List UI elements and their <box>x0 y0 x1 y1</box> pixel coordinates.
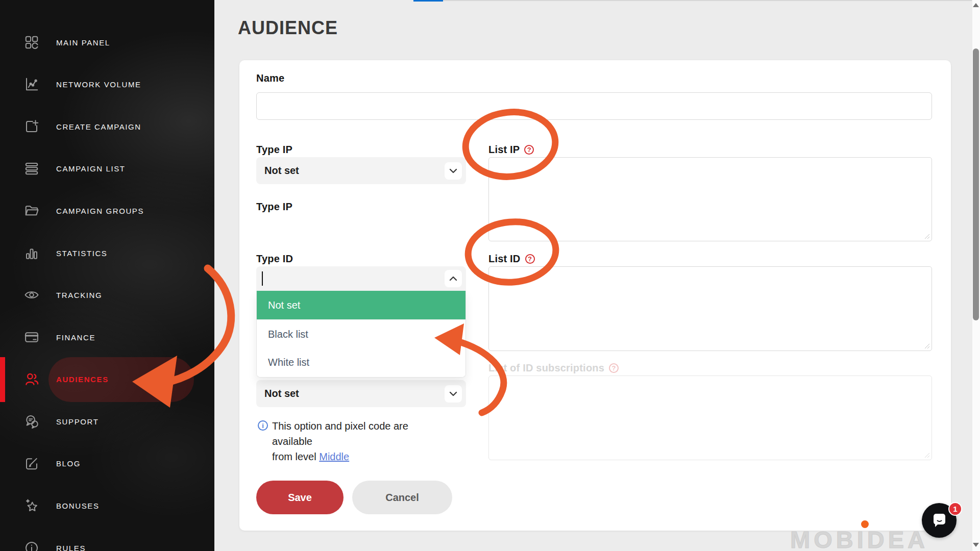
active-item-bar <box>0 357 5 402</box>
sidebar-item-campaign-list[interactable]: CAMPAIGN LIST <box>24 161 198 176</box>
sidebar-item-campaign-groups[interactable]: CAMPAIGN GROUPS <box>24 203 198 218</box>
line-chart-icon <box>24 77 39 92</box>
list-id-textarea[interactable] <box>489 267 932 350</box>
chat-icon <box>24 414 39 429</box>
resize-grip-icon[interactable] <box>924 343 930 349</box>
list-id-subscriptions-label: List of ID subscriptions ? <box>488 362 619 374</box>
credit-card-icon <box>24 330 39 345</box>
edit-icon <box>24 456 39 471</box>
list-ip-label: List IP ? <box>488 144 534 156</box>
browser-top-divider <box>443 0 972 1</box>
grid-icon <box>24 35 39 50</box>
help-icon-disabled: ? <box>609 363 619 373</box>
type-id-combobox[interactable] <box>256 266 466 291</box>
list-ip-textarea-wrap <box>488 157 932 241</box>
sidebar-item-label: NETWORK VOLUME <box>56 80 141 89</box>
browser-tab-indicator <box>413 0 443 2</box>
list-id-subscriptions-textarea <box>489 376 932 460</box>
resize-grip-icon <box>924 452 930 458</box>
type-ip-label: Type IP <box>256 144 292 156</box>
scrollbar-thumb[interactable] <box>973 48 979 320</box>
name-label: Name <box>256 72 284 84</box>
help-icon[interactable]: ? <box>525 254 535 264</box>
type-id-subscriptions-select[interactable]: Not set <box>256 380 466 407</box>
type-ip-value: Not set <box>264 165 299 177</box>
sidebar-item-network-volume[interactable]: NETWORK VOLUME <box>24 77 198 92</box>
list-id-subscriptions-textarea-wrap <box>488 375 932 460</box>
type-ip-label: Type IP <box>256 201 292 213</box>
sidebar-item-finance[interactable]: FINANCE <box>24 330 198 345</box>
dropdown-option-black-list[interactable]: Black list <box>257 319 465 348</box>
sidebar-item-label: CREATE CAMPAIGN <box>56 122 141 131</box>
sidebar-item-label: SUPPORT <box>56 417 99 426</box>
sidebar-item-label: TRACKING <box>56 291 102 299</box>
sidebar-item-label: CAMPAIGN LIST <box>56 164 126 173</box>
info-circle-icon: i <box>258 420 268 431</box>
chevron-down-icon[interactable] <box>445 162 462 180</box>
chat-bubble-icon <box>930 511 948 530</box>
sidebar-item-label: BONUSES <box>56 502 100 510</box>
chevron-up-icon[interactable] <box>445 270 462 287</box>
list-ip-textarea[interactable] <box>489 158 932 241</box>
help-icon[interactable]: ? <box>524 145 534 155</box>
scrollbar-down-arrow[interactable] <box>973 543 979 547</box>
info-icon <box>24 540 39 551</box>
dropdown-option-not-set[interactable]: Not set <box>257 291 465 319</box>
sidebar-item-blog[interactable]: BLOG <box>24 456 198 471</box>
sidebar-item-rules[interactable]: RULES <box>24 540 198 551</box>
sidebar-item-bonuses[interactable]: BONUSES <box>24 498 198 513</box>
sidebar-item-create-campaign[interactable]: CREATE CAMPAIGN <box>24 119 198 134</box>
folder-icon <box>24 203 39 218</box>
page-title: AUDIENCE <box>238 17 338 39</box>
info-note: This option and pixel code are available… <box>272 418 440 464</box>
resize-grip-icon[interactable] <box>924 233 930 239</box>
list-icon <box>24 161 39 176</box>
sidebar-item-tracking[interactable]: TRACKING <box>24 287 198 303</box>
sidebar-item-label: MAIN PANEL <box>56 38 110 47</box>
bar-chart-icon <box>24 245 39 261</box>
type-id-dropdown: Not set Black list White list <box>256 291 466 378</box>
dropdown-option-white-list[interactable]: White list <box>257 348 465 377</box>
save-button[interactable]: Save <box>256 481 344 514</box>
name-input[interactable] <box>256 92 932 120</box>
type-id-subscriptions-value: Not set <box>264 388 299 399</box>
star-icon <box>24 498 39 513</box>
sidebar-item-label: FINANCE <box>56 333 95 342</box>
folder-plus-icon <box>24 119 39 134</box>
sidebar-item-support[interactable]: SUPPORT <box>24 414 198 429</box>
audience-form-card: Name Type IP Not set List IP ? Type ID N… <box>239 60 951 531</box>
type-id-label: Type ID <box>256 253 293 265</box>
sidebar-item-label: STATISTICS <box>56 249 107 258</box>
cancel-button[interactable]: Cancel <box>352 481 452 514</box>
eye-icon <box>24 287 39 303</box>
sidebar-item-statistics[interactable]: STATISTICS <box>24 245 198 261</box>
sidebar-item-audiences[interactable]: AUDIENCES <box>24 371 198 387</box>
sidebar-item-label: RULES <box>56 544 86 551</box>
watermark-dot <box>861 520 869 528</box>
list-id-textarea-wrap <box>488 266 932 351</box>
sidebar: MAIN PANEL NETWORK VOLUME CREATE CAMPAIG… <box>0 0 214 551</box>
scrollbar-up-arrow[interactable] <box>973 3 979 7</box>
middle-level-link[interactable]: Middle <box>319 451 349 462</box>
sidebar-item-label: AUDIENCES <box>56 375 109 384</box>
sidebar-item-label: CAMPAIGN GROUPS <box>56 207 144 215</box>
chat-unread-badge: 1 <box>948 502 962 516</box>
sidebar-item-label: BLOG <box>56 459 81 468</box>
list-id-label: List ID ? <box>488 253 535 265</box>
text-cursor <box>262 271 263 286</box>
sidebar-item-main-panel[interactable]: MAIN PANEL <box>24 35 198 50</box>
people-icon <box>24 371 39 387</box>
type-ip-select[interactable]: Not set <box>256 157 466 184</box>
chevron-down-icon[interactable] <box>445 385 462 403</box>
mobidea-watermark: MOBIDEA <box>790 525 928 551</box>
